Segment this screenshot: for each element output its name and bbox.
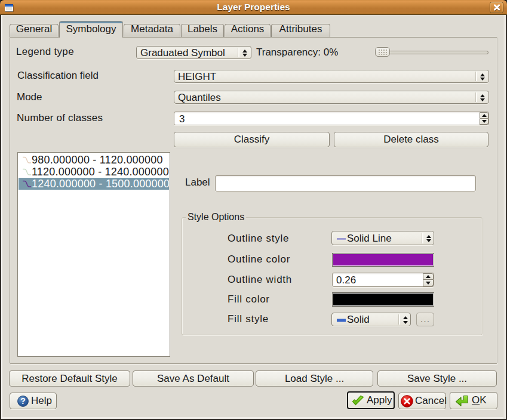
svg-text:?: ? bbox=[20, 396, 26, 406]
